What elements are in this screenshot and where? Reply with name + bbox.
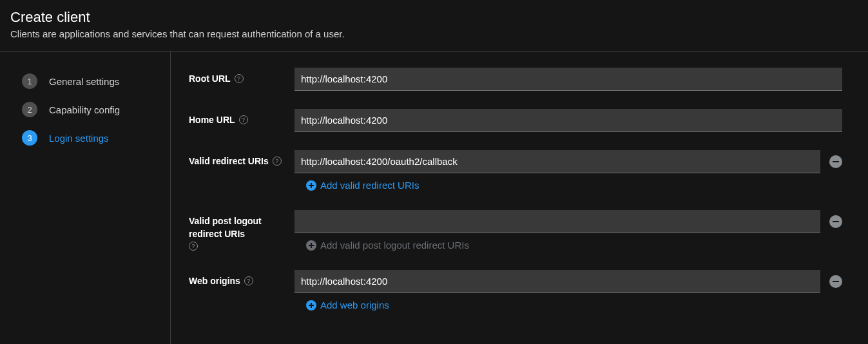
input-area: Add web origins [294, 270, 842, 312]
web-origin-input[interactable] [294, 270, 820, 293]
form-row-redirect-uris: Valid redirect URIs ? Add valid redirect… [189, 150, 842, 192]
label-wrap: Web origins ? [189, 270, 294, 288]
help-icon[interactable]: ? [273, 157, 282, 166]
page-subtitle: Clients are applications and services th… [10, 28, 858, 39]
input-area: Add valid post logout redirect URIs [294, 210, 842, 252]
step-number-badge: 3 [22, 130, 37, 146]
content-area: 1 General settings 2 Capability config 3… [0, 52, 868, 344]
home-url-input[interactable] [294, 109, 842, 132]
post-logout-uris-label: Valid post logout redirect URIs [189, 215, 282, 240]
input-line [294, 109, 842, 132]
wizard-steps-sidebar: 1 General settings 2 Capability config 3… [0, 52, 171, 344]
input-area [294, 68, 842, 91]
web-origins-label: Web origins [189, 275, 240, 288]
input-line [294, 270, 842, 293]
label-multiline: Valid post logout redirect URIs ? [189, 215, 285, 251]
add-redirect-uri-label: Add valid redirect URIs [320, 180, 419, 191]
page-header: Create client Clients are applications a… [0, 0, 868, 52]
input-line [294, 68, 842, 91]
redirect-uris-label: Valid redirect URIs [189, 155, 269, 168]
help-icon[interactable]: ? [239, 115, 248, 124]
step-label: Capability config [49, 104, 120, 115]
help-icon[interactable]: ? [235, 74, 244, 83]
add-post-logout-uri-button[interactable]: Add valid post logout redirect URIs [294, 233, 842, 252]
form-row-root-url: Root URL ? [189, 68, 842, 91]
input-line [294, 150, 842, 173]
post-logout-uri-input[interactable] [294, 210, 820, 233]
add-post-logout-uri-label: Add valid post logout redirect URIs [320, 240, 469, 251]
remove-web-origin-button[interactable] [829, 275, 842, 288]
remove-redirect-uri-button[interactable] [829, 155, 842, 168]
label-wrap: Home URL ? [189, 109, 294, 127]
form-row-post-logout-uris: Valid post logout redirect URIs ? Add va… [189, 210, 842, 252]
plus-circle-icon [306, 180, 316, 191]
plus-circle-icon [306, 300, 316, 311]
redirect-uri-input[interactable] [294, 150, 820, 173]
add-redirect-uri-button[interactable]: Add valid redirect URIs [294, 173, 842, 192]
home-url-label: Home URL [189, 114, 235, 127]
remove-post-logout-uri-button[interactable] [829, 215, 842, 228]
input-line [294, 210, 842, 233]
step-number-badge: 1 [22, 73, 37, 89]
wizard-step-general-settings[interactable]: 1 General settings [22, 67, 160, 95]
help-icon[interactable]: ? [189, 242, 198, 251]
input-area: Add valid redirect URIs [294, 150, 842, 192]
step-label: Login settings [49, 133, 109, 144]
form-row-home-url: Home URL ? [189, 109, 842, 132]
add-web-origin-label: Add web origins [320, 300, 389, 311]
root-url-input[interactable] [294, 68, 842, 91]
page-title: Create client [10, 9, 858, 26]
root-url-label: Root URL [189, 73, 231, 86]
help-icon[interactable]: ? [244, 276, 253, 285]
add-web-origin-button[interactable]: Add web origins [294, 293, 842, 312]
form-row-web-origins: Web origins ? Add web origins [189, 270, 842, 312]
label-wrap: Valid post logout redirect URIs ? [189, 210, 294, 251]
wizard-step-capability-config[interactable]: 2 Capability config [22, 95, 160, 124]
plus-circle-icon [306, 240, 316, 251]
step-label: General settings [49, 76, 119, 87]
input-area [294, 109, 842, 132]
form-area: Root URL ? Home URL ? [171, 52, 868, 344]
wizard-step-login-settings[interactable]: 3 Login settings [22, 124, 160, 152]
label-wrap: Valid redirect URIs ? [189, 150, 294, 168]
step-number-badge: 2 [22, 102, 37, 117]
label-wrap: Root URL ? [189, 68, 294, 86]
